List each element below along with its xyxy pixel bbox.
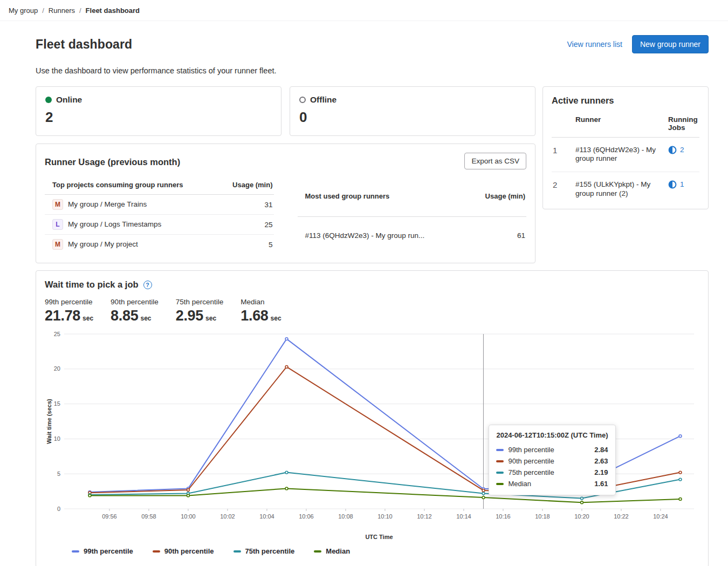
table-row: MMy group / Merge Trains 31 (45, 195, 274, 215)
legend-label: Median (326, 547, 350, 555)
svg-text:10:00: 10:00 (181, 513, 196, 520)
tooltip-series-name: 75th percentile (508, 468, 590, 476)
offline-label: Offline (310, 95, 336, 105)
stat-label: 75th percentile (176, 298, 224, 306)
legend-color-marker (153, 550, 160, 553)
stat-value: 21.78 (45, 308, 80, 324)
top-projects-table: Top projects consuming group runners Usa… (45, 176, 274, 254)
breadcrumb-runners[interactable]: Runners (49, 6, 75, 15)
project-usage-value: 25 (221, 215, 274, 235)
svg-text:10:02: 10:02 (220, 513, 235, 520)
table-row: LMy group / Logs Timestamps 25 (45, 215, 274, 235)
breadcrumb: My group / Runners / Fleet dashboard (0, 0, 728, 21)
top-projects-col-header: Top projects consuming group runners (45, 176, 221, 195)
wait-time-title: Wait time to pick a job (45, 279, 139, 290)
legend-color-marker (233, 550, 241, 553)
offline-count: 0 (299, 109, 526, 126)
online-runners-card: Online 2 (36, 86, 281, 136)
svg-text:10:06: 10:06 (299, 513, 314, 520)
tooltip-series-row: Median1.61 (496, 478, 608, 489)
running-job-icon (668, 180, 677, 189)
active-runners-title: Active runners (552, 96, 699, 106)
runner-usage-title: Runner Usage (previous month) (45, 153, 180, 167)
svg-text:09:58: 09:58 (141, 513, 156, 520)
wait-time-card: Wait time to pick a job ? 99th percentil… (36, 270, 709, 566)
series-color-marker (496, 460, 504, 462)
svg-text:15: 15 (54, 400, 60, 407)
new-group-runner-button[interactable]: New group runner (632, 35, 709, 53)
runner-link[interactable]: #155 (ULkKYpkpt) - My group runner (2) (575, 180, 668, 197)
tooltip-series-row: 75th percentile2.19 (496, 467, 608, 478)
project-name: My group / Merge Trains (68, 200, 147, 208)
legend-label: 75th percentile (245, 547, 295, 555)
legend-color-marker (72, 550, 79, 553)
runner-usage-card: Runner Usage (previous month) Export as … (36, 144, 535, 263)
stat-unit: sec (83, 315, 93, 322)
project-name: My group / My project (68, 240, 138, 248)
legend-item[interactable]: 75th percentile (233, 547, 295, 555)
breadcrumb-separator: / (79, 6, 81, 15)
svg-text:UTC Time: UTC Time (365, 534, 393, 540)
tooltip-series-name: 90th percentile (508, 457, 590, 465)
offline-status-icon (299, 97, 306, 103)
svg-text:10:16: 10:16 (496, 513, 511, 520)
stat-unit: sec (205, 315, 216, 322)
series-color-marker (496, 449, 504, 451)
svg-text:Wait time (secs): Wait time (secs) (46, 399, 52, 444)
help-icon[interactable]: ? (143, 281, 152, 289)
index-col-header (552, 115, 575, 132)
svg-text:10:22: 10:22 (614, 513, 629, 520)
runner-col-header: Runner (575, 115, 668, 132)
active-runners-panel: Active runners Runner Running Jobs 1 #11… (542, 86, 709, 209)
svg-text:10:04: 10:04 (259, 513, 274, 520)
svg-text:10:24: 10:24 (653, 513, 668, 520)
project-usage-value: 31 (221, 195, 274, 215)
online-status-icon (45, 97, 52, 103)
series-color-marker (496, 472, 504, 474)
breadcrumb-my-group[interactable]: My group (9, 6, 38, 15)
usage-min-col-header: Usage (min) (221, 176, 274, 195)
stat-label: 99th percentile (45, 298, 93, 306)
legend-item[interactable]: 99th percentile (72, 547, 133, 555)
breadcrumb-current: Fleet dashboard (86, 6, 140, 15)
series-color-marker (496, 483, 504, 485)
stat-99th-percentile: 99th percentile 21.78sec (45, 298, 93, 324)
legend-item[interactable]: 90th percentile (153, 547, 214, 555)
stat-unit: sec (271, 315, 281, 322)
running-jobs-count[interactable]: 2 (680, 146, 684, 154)
runner-index: 2 (552, 180, 575, 197)
table-row: MMy group / My project 5 (45, 235, 274, 255)
project-avatar: M (52, 199, 63, 210)
project-usage-value: 5 (221, 235, 274, 255)
legend-item[interactable]: Median (314, 547, 350, 555)
project-avatar: M (52, 239, 63, 250)
tooltip-series-name: Median (508, 480, 590, 488)
view-runners-list-link[interactable]: View runners list (567, 40, 622, 49)
running-jobs-count[interactable]: 1 (680, 180, 684, 188)
tooltip-series-value: 1.61 (594, 480, 608, 488)
usage-min-col-header: Usage (min) (470, 176, 526, 217)
wait-time-stats: 99th percentile 21.78sec 90th percentile… (45, 298, 699, 324)
online-count: 2 (45, 109, 272, 126)
active-runner-row: 1 #113 (6QHdzW2e3) - My group runner 2 (552, 138, 699, 172)
svg-text:0: 0 (57, 506, 60, 512)
svg-text:10:12: 10:12 (417, 513, 432, 520)
project-name: My group / Logs Timestamps (68, 220, 161, 228)
svg-text:10:14: 10:14 (456, 513, 471, 520)
runner-usage-value: 61 (470, 217, 526, 254)
stat-label: 90th percentile (111, 298, 159, 306)
export-csv-button[interactable]: Export as CSV (464, 153, 526, 169)
svg-text:20: 20 (54, 365, 60, 372)
chart-tooltip: 2024-06-12T10:15:00Z (UTC Time) 99th per… (489, 425, 615, 495)
page-subtitle: Use the dashboard to view performance st… (36, 66, 709, 75)
tooltip-title: 2024-06-12T10:15:00Z (UTC Time) (496, 431, 608, 439)
wait-time-chart[interactable]: 051015202509:5609:5810:0010:0210:0410:06… (45, 329, 699, 545)
running-job-icon (668, 146, 677, 154)
legend-color-marker (314, 550, 321, 553)
runner-link[interactable]: #113 (6QHdzW2e3) - My group runner (575, 146, 668, 163)
tooltip-series-value: 2.19 (594, 468, 608, 476)
svg-text:10:08: 10:08 (338, 513, 353, 520)
tooltip-series-value: 2.84 (594, 446, 608, 454)
fleet-dashboard-page: Fleet dashboard View runners list New gr… (0, 35, 728, 566)
stat-value: 1.68 (241, 308, 268, 324)
